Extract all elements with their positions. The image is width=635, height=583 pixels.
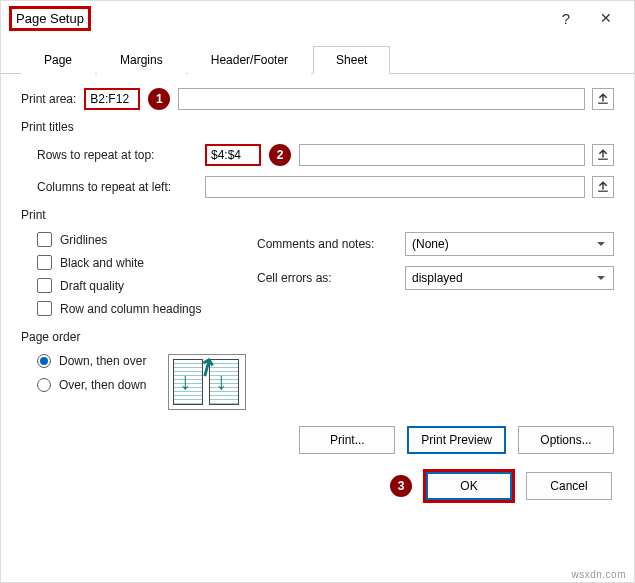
rows-repeat-label: Rows to repeat at top: — [37, 148, 197, 162]
tab-sheet[interactable]: Sheet — [313, 46, 390, 74]
print-preview-button[interactable]: Print Preview — [407, 426, 506, 454]
titlebar: Page Setup ? ✕ — [1, 1, 634, 35]
page-order-preview: ↓ ↗ ↓ — [168, 354, 246, 410]
sheet-panel: Print area: B2:F12 1 Print titles Rows t… — [1, 74, 634, 418]
draft-quality-label: Draft quality — [60, 279, 124, 293]
svg-rect-2 — [598, 191, 608, 192]
action-buttons: Print... Print Preview Options... — [1, 418, 634, 462]
cols-repeat-label: Columns to repeat at left: — [37, 180, 197, 194]
tab-header-footer[interactable]: Header/Footer — [188, 46, 311, 74]
ok-button[interactable]: OK — [426, 472, 512, 500]
print-titles-group: Print titles — [21, 120, 614, 134]
tabstrip: Page Margins Header/Footer Sheet — [1, 35, 634, 74]
row-col-headings-label: Row and column headings — [60, 302, 201, 316]
cell-errors-label: Cell errors as: — [257, 271, 397, 285]
cancel-button[interactable]: Cancel — [526, 472, 612, 500]
cols-repeat-range-picker[interactable] — [592, 176, 614, 198]
print-area-input-ext[interactable] — [178, 88, 585, 110]
down-then-over-radio[interactable] — [37, 354, 51, 368]
over-then-down-radio[interactable] — [37, 378, 51, 392]
comments-combo[interactable]: (None) — [405, 232, 614, 256]
black-white-checkbox[interactable] — [37, 255, 52, 270]
close-button[interactable]: ✕ — [586, 3, 626, 33]
gridlines-checkbox[interactable] — [37, 232, 52, 247]
gridlines-label: Gridlines — [60, 233, 107, 247]
draft-quality-checkbox[interactable] — [37, 278, 52, 293]
print-area-input[interactable]: B2:F12 — [84, 88, 140, 110]
print-group: Print — [21, 208, 614, 222]
svg-rect-1 — [598, 159, 608, 160]
rows-repeat-range-picker[interactable] — [592, 144, 614, 166]
comments-label: Comments and notes: — [257, 237, 397, 251]
black-white-label: Black and white — [60, 256, 144, 270]
callout-2: 2 — [269, 144, 291, 166]
down-then-over-label: Down, then over — [59, 354, 146, 368]
rows-repeat-input[interactable]: $4:$4 — [205, 144, 261, 166]
svg-rect-0 — [598, 103, 608, 104]
page-setup-dialog: Page Setup ? ✕ Page Margins Header/Foote… — [0, 0, 635, 583]
row-col-headings-checkbox[interactable] — [37, 301, 52, 316]
page-order-group: Page order — [21, 330, 614, 344]
tab-page[interactable]: Page — [21, 46, 95, 74]
dialog-footer: 3 OK Cancel — [1, 462, 634, 510]
help-button[interactable]: ? — [546, 3, 586, 33]
rows-repeat-input-ext[interactable] — [299, 144, 585, 166]
over-then-down-label: Over, then down — [59, 378, 146, 392]
tab-margins[interactable]: Margins — [97, 46, 186, 74]
callout-1: 1 — [148, 88, 170, 110]
options-button[interactable]: Options... — [518, 426, 614, 454]
print-button[interactable]: Print... — [299, 426, 395, 454]
print-area-range-picker[interactable] — [592, 88, 614, 110]
cols-repeat-input[interactable] — [205, 176, 585, 198]
watermark: wsxdn.com — [571, 569, 626, 580]
print-area-label: Print area: — [21, 92, 76, 106]
dialog-title: Page Setup — [9, 6, 91, 31]
cell-errors-combo[interactable]: displayed — [405, 266, 614, 290]
callout-3: 3 — [390, 475, 412, 497]
